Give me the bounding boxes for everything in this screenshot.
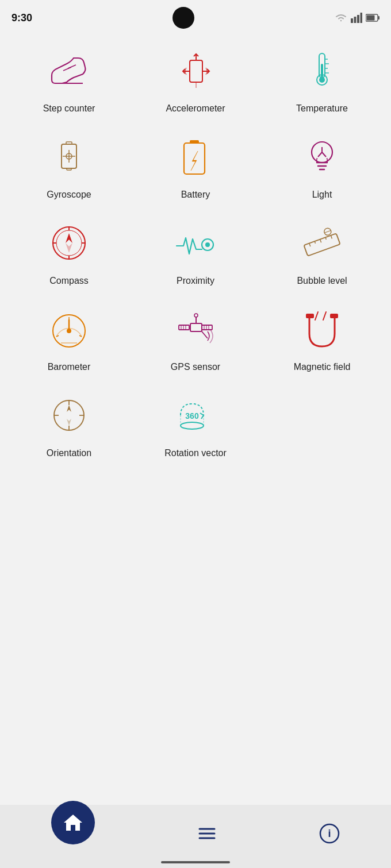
svg-line-50 <box>320 240 321 243</box>
svg-rect-29 <box>190 140 199 143</box>
svg-line-54 <box>324 230 331 233</box>
svg-rect-26 <box>66 142 72 144</box>
compass-label: Compass <box>49 276 89 286</box>
svg-marker-43 <box>66 233 72 243</box>
rotation-vector-icon: 360 <box>170 389 221 441</box>
svg-rect-9 <box>190 60 202 82</box>
orientation-label: Orientation <box>47 448 91 458</box>
home-indicator <box>161 861 230 863</box>
svg-point-46 <box>205 242 210 247</box>
temperature-icon <box>296 45 348 97</box>
magnetic-field-icon <box>296 303 348 355</box>
svg-rect-75 <box>330 314 338 318</box>
svg-line-52 <box>331 236 332 239</box>
svg-rect-3 <box>361 13 363 23</box>
gyroscope-item[interactable]: Gyroscope <box>6 131 132 200</box>
svg-line-8 <box>68 65 76 68</box>
svg-marker-83 <box>67 405 71 412</box>
gyroscope-label: Gyroscope <box>47 190 91 200</box>
info-nav-button[interactable]: i <box>319 823 340 844</box>
battery-label: Battery <box>181 190 210 200</box>
bubble-level-icon <box>296 217 348 269</box>
status-icons <box>335 13 379 23</box>
step-counter-label: Step counter <box>43 103 95 114</box>
svg-point-17 <box>319 77 325 83</box>
svg-text:360: 360 <box>185 411 199 421</box>
sensor-grid: Step counter <box>0 33 391 464</box>
svg-line-48 <box>309 243 310 246</box>
gps-sensor-item[interactable]: GPS sensor <box>132 303 259 372</box>
svg-point-60 <box>67 329 71 333</box>
barometer-item[interactable]: Barometer <box>6 303 132 372</box>
compass-icon <box>43 217 95 269</box>
svg-point-37 <box>53 227 85 259</box>
svg-rect-74 <box>306 314 314 318</box>
svg-rect-2 <box>357 15 359 23</box>
bubble-level-item[interactable]: Bubble level <box>259 217 385 286</box>
battery-item[interactable]: Battery <box>132 131 259 200</box>
proximity-icon <box>170 217 221 269</box>
accelerometer-label: Accelerometer <box>166 103 225 114</box>
svg-rect-62 <box>190 323 202 331</box>
accelerometer-icon <box>170 45 221 97</box>
list-icon <box>197 825 217 842</box>
proximity-item[interactable]: Proximity <box>132 217 259 286</box>
svg-rect-27 <box>67 168 71 170</box>
camera-dot <box>172 7 194 29</box>
step-counter-item[interactable]: Step counter <box>6 45 132 114</box>
svg-rect-0 <box>351 18 353 23</box>
svg-rect-6 <box>367 16 375 21</box>
svg-marker-84 <box>67 419 71 426</box>
rotation-vector-label: Rotation vector <box>164 448 227 458</box>
svg-text:i: i <box>328 828 331 839</box>
svg-line-76 <box>315 312 318 320</box>
svg-rect-67 <box>202 325 212 330</box>
gps-sensor-icon <box>170 303 221 355</box>
svg-rect-5 <box>378 16 380 20</box>
svg-rect-47 <box>304 233 340 256</box>
svg-line-32 <box>322 152 326 157</box>
svg-marker-44 <box>66 243 72 253</box>
rotation-vector-item[interactable]: 360 Rotation vector <box>132 389 259 458</box>
svg-rect-63 <box>179 325 189 330</box>
bubble-level-label: Bubble level <box>297 276 347 286</box>
svg-rect-15 <box>321 64 323 78</box>
svg-line-77 <box>323 312 326 320</box>
light-icon <box>296 131 348 183</box>
light-label: Light <box>312 190 332 200</box>
status-time: 9:30 <box>12 12 32 24</box>
temperature-label: Temperature <box>296 103 348 114</box>
svg-line-31 <box>318 152 322 157</box>
step-counter-icon <box>43 45 95 97</box>
gyroscope-icon <box>43 131 95 183</box>
battery-icon <box>170 131 221 183</box>
light-item[interactable]: Light <box>259 131 385 200</box>
accelerometer-item[interactable]: Accelerometer <box>132 45 259 114</box>
status-bar: 9:30 <box>0 0 391 33</box>
magnetic-field-item[interactable]: Magnetic field <box>259 303 385 372</box>
gps-sensor-label: GPS sensor <box>171 362 220 372</box>
proximity-label: Proximity <box>177 276 214 286</box>
svg-rect-1 <box>354 17 356 23</box>
home-button[interactable] <box>51 801 95 844</box>
signal-icon <box>351 13 362 23</box>
orientation-icon <box>43 389 95 441</box>
svg-line-73 <box>202 331 208 338</box>
home-icon <box>63 812 83 833</box>
orientation-item[interactable]: Orientation <box>6 389 132 458</box>
bottom-nav: i <box>0 805 391 868</box>
svg-rect-28 <box>184 143 205 174</box>
magnetic-field-label: Magnetic field <box>294 362 351 372</box>
info-icon: i <box>319 823 340 844</box>
svg-point-86 <box>181 422 204 429</box>
wifi-icon <box>335 13 347 23</box>
compass-item[interactable]: Compass <box>6 217 132 286</box>
temperature-item[interactable]: Temperature <box>259 45 385 114</box>
barometer-label: Barometer <box>48 362 91 372</box>
svg-marker-89 <box>64 815 82 831</box>
list-nav-button[interactable] <box>197 825 217 842</box>
battery-status-icon <box>366 14 379 22</box>
barometer-icon <box>43 303 95 355</box>
